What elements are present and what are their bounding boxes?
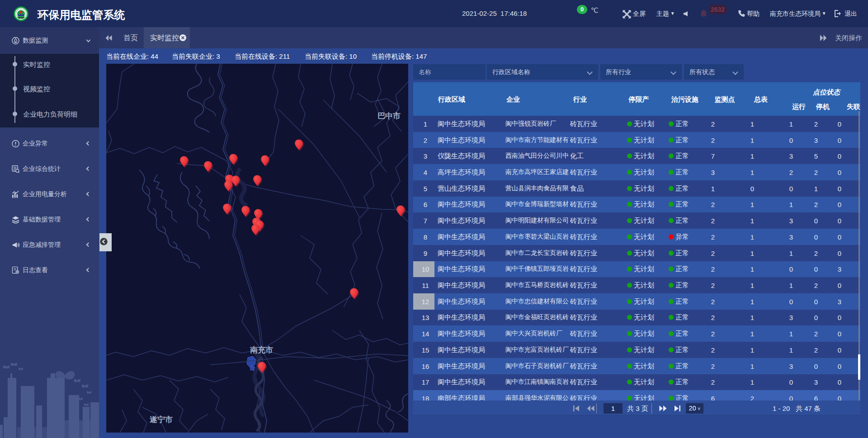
svg-text:遂宁市: 遂宁市 [149,415,173,424]
